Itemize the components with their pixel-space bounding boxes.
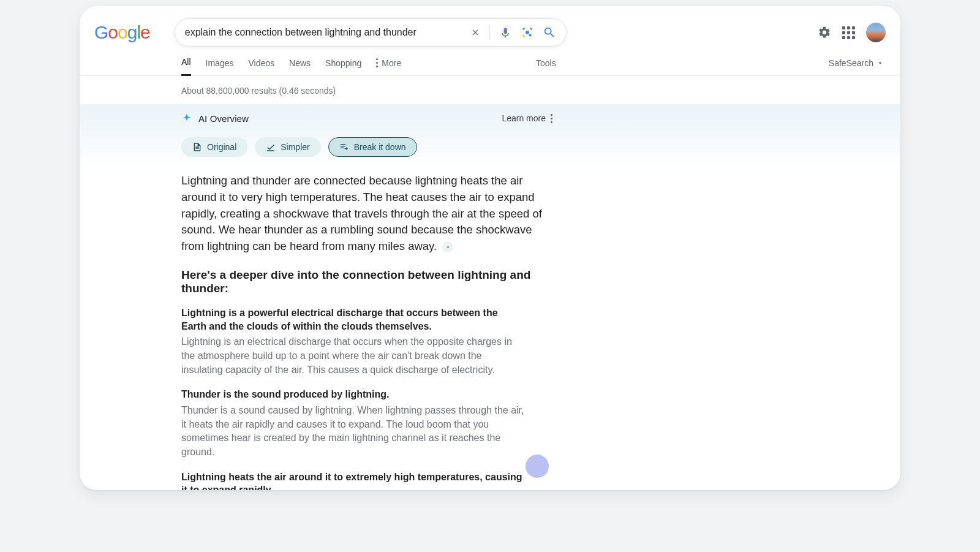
search-box[interactable] [175,18,567,47]
svg-point-1 [526,31,529,34]
ai-learn-more[interactable]: Learn more [502,113,552,123]
check-icon [266,142,276,152]
ai-section-1: Thunder is the sound produced by lightni… [181,388,524,459]
browser-card: Google [80,6,900,490]
search-icons [470,26,556,39]
safesearch-label: SafeSearch [829,58,873,68]
cursor-indicator [526,455,549,478]
chip-break-label: Break it down [354,142,406,152]
ai-section-1-body: Thunder is a sound caused by lightning. … [181,404,524,459]
sparkle-icon [181,113,192,124]
ai-deep-title: Here's a deeper dive into the connection… [181,268,556,295]
ai-summary: Lightning and thunder are connected beca… [181,173,556,255]
clear-icon[interactable] [470,27,481,38]
ai-section-1-head: Thunder is the sound produced by lightni… [181,388,524,401]
tools-button[interactable]: Tools [536,58,556,75]
divider [489,26,490,39]
settings-icon[interactable] [818,26,831,39]
ai-section-2-head: Lightning heats the air around it to ext… [181,471,524,490]
svg-point-0 [529,34,531,37]
more-label: More [382,58,401,68]
tab-news[interactable]: News [289,58,311,75]
topbar: Google [80,6,900,47]
header-right [818,23,886,42]
ai-section-2: Lightning heats the air around it to ext… [181,471,524,490]
tab-all[interactable]: All [181,57,191,76]
result-stats: About 88,600,000 results (0.46 seconds) [80,76,900,96]
apps-icon[interactable] [842,26,855,39]
search-input[interactable] [185,27,470,38]
lens-search-icon[interactable] [521,26,534,39]
ai-menu-icon[interactable] [551,114,552,123]
tab-videos[interactable]: Videos [248,58,274,75]
tab-shopping[interactable]: Shopping [325,58,361,75]
svg-rect-2 [267,150,274,151]
chip-break-it-down[interactable]: Break it down [328,137,417,157]
document-icon [192,142,202,152]
nav-tabs: All Images Videos News Shopping More Too… [80,47,900,76]
voice-search-icon[interactable] [499,26,512,39]
learn-more-label: Learn more [502,113,546,123]
ai-header: AI Overview Learn more [181,113,552,124]
google-logo[interactable]: Google [94,22,150,43]
ai-section-0-body: Lightning is an electrical discharge tha… [181,335,524,377]
ai-summary-text: Lightning and thunder are connected beca… [181,174,542,252]
safesearch-dropdown[interactable]: SafeSearch [829,58,884,75]
ai-overview-panel: AI Overview Learn more Original Simpler [80,104,900,490]
ai-section-0-head: Lightning is a powerful electrical disch… [181,306,524,333]
search-icon[interactable] [543,26,556,39]
chip-original-label: Original [207,142,236,152]
tab-images[interactable]: Images [206,58,234,75]
chip-simpler-label: Simpler [281,142,309,152]
chip-original[interactable]: Original [181,137,247,157]
chip-simpler[interactable]: Simpler [255,137,320,157]
ai-title: AI Overview [198,113,249,124]
ai-section-0: Lightning is a powerful electrical disch… [181,306,524,377]
avatar[interactable] [866,23,886,42]
list-icon [339,142,349,152]
chevron-down-icon [876,59,884,67]
more-icon [376,58,378,67]
ai-chips: Original Simpler Break it down [181,137,594,157]
tab-more[interactable]: More [376,58,401,75]
expand-summary-icon[interactable] [442,241,453,252]
